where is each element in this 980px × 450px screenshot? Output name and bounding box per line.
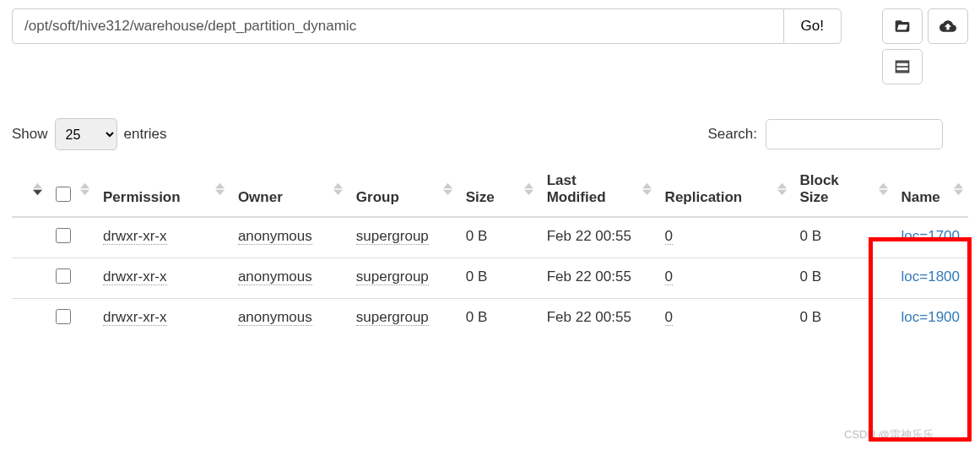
group-value: supergroup (356, 309, 429, 326)
select-all-checkbox[interactable] (56, 187, 71, 202)
folder-open-icon (894, 18, 911, 35)
replication-value: 0 (665, 228, 673, 245)
entries-label: entries (124, 126, 167, 143)
column-permission[interactable]: Permission (95, 162, 230, 217)
table-row: drwxr-xr-xanonymoussupergroup0 BFeb 22 0… (12, 258, 968, 299)
list-button[interactable] (882, 49, 923, 84)
replication-value: 0 (665, 309, 673, 326)
column-last-modified[interactable]: Last Modified (539, 162, 657, 217)
search-label: Search: (707, 126, 757, 143)
size-value: 0 B (458, 258, 539, 299)
row-checkbox[interactable] (56, 268, 71, 284)
name-link[interactable]: loc=1700 (901, 228, 960, 244)
block-size-value: 0 B (792, 258, 893, 299)
column-replication[interactable]: Replication (657, 162, 792, 217)
entries-select[interactable]: 25 (55, 118, 117, 150)
size-value: 0 B (458, 299, 539, 339)
group-value: supergroup (356, 268, 429, 285)
table-row: drwxr-xr-xanonymoussupergroup0 BFeb 22 0… (12, 217, 968, 258)
size-value: 0 B (458, 217, 539, 258)
group-value: supergroup (356, 228, 429, 245)
upload-button[interactable] (928, 8, 968, 44)
show-label: Show (12, 126, 48, 143)
search-input[interactable] (766, 119, 943, 149)
column-checkbox[interactable] (47, 162, 95, 217)
name-link[interactable]: loc=1900 (901, 309, 960, 325)
file-table: Permission Owner Group Size Last Modifie… (12, 162, 968, 339)
last-modified-value: Feb 22 00:55 (539, 299, 657, 339)
permission-value: drwxr-xr-x (103, 228, 167, 245)
row-checkbox[interactable] (56, 309, 71, 324)
block-size-value: 0 B (792, 299, 893, 339)
column-group[interactable]: Group (348, 162, 458, 217)
table-row: drwxr-xr-xanonymoussupergroup0 BFeb 22 0… (12, 299, 968, 339)
column-sort-spacer[interactable] (12, 162, 47, 217)
last-modified-value: Feb 22 00:55 (539, 217, 657, 258)
path-input[interactable] (12, 8, 783, 44)
column-owner[interactable]: Owner (230, 162, 348, 217)
owner-value: anonymous (238, 228, 312, 245)
list-icon (894, 58, 911, 75)
owner-value: anonymous (238, 309, 312, 326)
name-link[interactable]: loc=1800 (901, 268, 960, 285)
cloud-upload-icon (939, 18, 956, 35)
column-block-size[interactable]: Block Size (792, 162, 893, 217)
owner-value: anonymous (238, 268, 312, 285)
block-size-value: 0 B (792, 217, 893, 258)
go-button[interactable]: Go! (783, 8, 842, 44)
column-name[interactable]: Name (893, 162, 968, 217)
permission-value: drwxr-xr-x (103, 268, 167, 285)
last-modified-value: Feb 22 00:55 (539, 258, 657, 299)
column-size[interactable]: Size (458, 162, 539, 217)
replication-value: 0 (665, 268, 673, 285)
open-folder-button[interactable] (882, 8, 923, 44)
row-checkbox[interactable] (56, 228, 71, 243)
permission-value: drwxr-xr-x (103, 309, 167, 326)
